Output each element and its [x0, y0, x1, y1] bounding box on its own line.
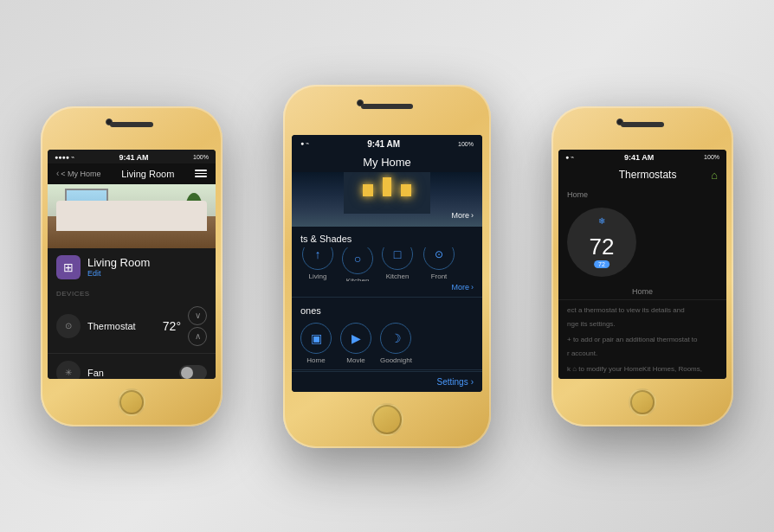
right-header: Thermostats ⌂ — [558, 163, 726, 187]
room-image-content — [48, 184, 216, 248]
toggle-knob — [181, 367, 193, 379]
icon-item-living-room[interactable]: ↑ Living Room — [300, 247, 335, 280]
room-icon: ⊞ — [63, 260, 74, 274]
home-icon-btn[interactable]: ⌂ — [711, 169, 718, 182]
scene-movie[interactable]: ▶ Movie — [340, 323, 371, 364]
scene-home-circle: ▣ — [300, 323, 332, 354]
house-silhouette — [335, 172, 439, 215]
icon-item-kitchen-shade[interactable]: □ Kitchen Shade — [380, 247, 415, 280]
screen-left: ‹ < My Home Living Room — [48, 163, 216, 379]
signal-center: ● ⌁ — [300, 140, 309, 147]
phone-right: ● ⌁ 9:41 AM 100% Thermostats ⌂ Home — [551, 106, 733, 426]
status-bar-left: ●●●● ⌁ 9:41 AM 100% — [48, 150, 216, 163]
info-line-5: k ⌂ to modify your HomeKit Homes, Rooms, — [567, 364, 718, 375]
home-label-below: Home — [558, 284, 726, 299]
settings-bar[interactable]: Settings › — [292, 371, 482, 391]
scenes-row: ▣ Home ▶ Movie ☽ — [292, 319, 482, 368]
fan-toggle[interactable] — [179, 365, 207, 379]
back-button-left[interactable]: ‹ < My Home — [56, 169, 101, 178]
scenes-header: ones — [292, 298, 482, 319]
left-header: ‹ < My Home Living Room — [48, 163, 216, 184]
time-center: 9:41 AM — [367, 139, 400, 149]
scene-home[interactable]: ▣ Home — [300, 323, 332, 364]
home-button-center[interactable] — [371, 403, 403, 436]
kitchen-shade-icon-circle: □ — [382, 247, 413, 270]
thermostat-name: Thermostat — [87, 321, 156, 331]
scene-movie-circle: ▶ — [340, 323, 371, 354]
battery-center: 100% — [458, 141, 474, 147]
phone-left: ●●●● ⌁ 9:41 AM 100% ‹ < My Home Living R… — [41, 106, 223, 426]
signal-right: ● ⌁ — [565, 154, 574, 161]
home-button-right[interactable] — [629, 388, 656, 416]
battery-right: 100% — [704, 154, 719, 160]
kitchen-shade-icon: □ — [394, 247, 401, 261]
phone-center-speaker — [361, 104, 413, 109]
front-porch-icon: ⊙ — [435, 248, 443, 260]
scene-goodnight[interactable]: ☽ Goodnight — [380, 323, 412, 364]
screen-center: My Home — [292, 151, 482, 392]
signal-left: ●●●● ⌁ — [55, 154, 74, 161]
thermostat-down-btn[interactable]: ∨ — [188, 306, 207, 325]
room-name: Living Room — [87, 256, 150, 269]
battery-left: 100% — [193, 154, 209, 160]
house-body — [344, 172, 430, 215]
device-row-fan: ✳ Fan — [48, 354, 216, 379]
phone-right-screen: ● ⌁ 9:41 AM 100% Thermostats ⌂ Home — [558, 150, 726, 379]
devices-label: DEVICES — [48, 286, 216, 299]
kitchen-icon-circle: ○ — [342, 247, 373, 273]
home-section-label: Home — [558, 187, 726, 201]
phone-right-speaker — [621, 122, 664, 127]
device-row-thermostat: ⊙ Thermostat 72° ∨ ∧ — [48, 299, 216, 354]
house-window-1 — [363, 184, 373, 196]
lights-shades-header: ts & Shades — [292, 227, 482, 247]
room-icon-box: ⊞ — [56, 255, 81, 279]
back-label: < My Home — [61, 170, 100, 178]
more-btn-1[interactable]: More › — [451, 211, 474, 220]
info-line-2: nge its settings. — [567, 319, 718, 330]
more-row-2: More › — [292, 281, 482, 295]
info-text-block: ect a thermostat to view its details and… — [558, 299, 726, 379]
kitchen-shade-label: Kitchen Shade — [380, 272, 415, 281]
status-bar-right: ● ⌁ 9:41 AM 100% — [558, 150, 726, 163]
phone-left-screen: ●●●● ⌁ 9:41 AM 100% ‹ < My Home Living R… — [48, 150, 216, 379]
movie-scene-icon: ▶ — [352, 331, 361, 345]
phone-center-screen: ● ⌁ 9:41 AM 100% My Home — [292, 135, 482, 392]
thermostat-value: 72° — [163, 319, 181, 333]
screen-right: Thermostats ⌂ Home ❄ 72 72 — [558, 163, 726, 379]
front-porch-label: Front Porch — [422, 272, 456, 281]
time-right: 9:41 AM — [624, 153, 654, 162]
snowflake-icon: ❄ — [598, 216, 605, 226]
icon-item-kitchen[interactable]: ○ Kitchen — [342, 247, 373, 280]
settings-label: Settings — [437, 377, 468, 387]
more-chevron-1: › — [471, 211, 474, 220]
chevron-up-icon: ∧ — [195, 331, 201, 341]
thermostat-up-btn[interactable]: ∧ — [188, 327, 207, 346]
chevron-down-icon: ∨ — [195, 311, 201, 320]
center-header: My Home — [292, 151, 482, 172]
info-line-6: Zones. — [567, 378, 718, 379]
menu-icon[interactable] — [195, 170, 207, 177]
living-room-icon: ↑ — [315, 247, 321, 261]
room-info: ⊞ Living Room Edit — [48, 248, 216, 286]
thermostat-circle[interactable]: ❄ 72 72 — [567, 208, 636, 277]
phone-center: ● ⌁ 9:41 AM 100% My Home — [283, 85, 491, 448]
home-button-left[interactable] — [118, 388, 145, 416]
temp-indicator: 72 — [594, 260, 610, 268]
thermostats-title: Thermostats — [619, 169, 677, 181]
scene-movie-label: Movie — [346, 356, 364, 364]
room-image — [48, 184, 216, 248]
front-porch-icon-circle: ⊙ — [423, 247, 455, 270]
icon-item-front-porch[interactable]: ⊙ Front Porch — [422, 247, 456, 280]
center-title: My Home — [300, 156, 474, 169]
room-name-block: Living Room Edit — [87, 256, 150, 278]
house-window-3 — [383, 177, 391, 196]
more-label-1: More — [451, 211, 469, 220]
thermostat-display-area: ❄ 72 72 — [558, 201, 726, 284]
room-edit[interactable]: Edit — [87, 269, 150, 278]
phones-wrapper: ●●●● ⌁ 9:41 AM 100% ‹ < My Home Living R… — [15, 11, 759, 522]
info-line-1: ect a thermostat to view its details and — [567, 305, 718, 316]
info-line-4: r account. — [567, 349, 718, 359]
scene-goodnight-circle: ☽ — [380, 323, 411, 354]
more-btn-2[interactable]: More › — [451, 283, 474, 292]
more-chevron-2: › — [471, 283, 474, 292]
